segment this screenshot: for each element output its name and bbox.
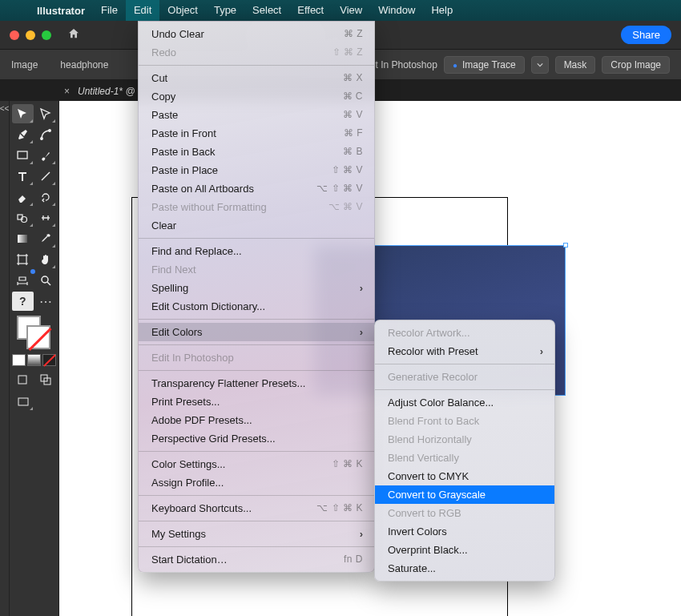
none-mode-icon[interactable] [42,354,56,366]
menu-item-label: Redo [151,46,332,59]
selection-handle-icon[interactable] [563,243,568,248]
menu-item-label: Convert to Grayscale [388,488,543,501]
home-icon[interactable] [67,27,80,42]
edit-colors-item[interactable]: Overprint Black... [375,541,554,559]
tab-label: Untitled-1* @ [78,86,135,97]
edit-colors-item[interactable]: Convert to CMYK [375,467,554,485]
line-tool[interactable] [35,167,57,186]
edit-colors-item[interactable]: Invert Colors [375,522,554,541]
draw-behind-icon[interactable] [35,371,57,389]
image-trace-button[interactable]: Image Trace [444,56,525,74]
tools-panel: ? ⋯ [10,101,59,616]
menubar-item-edit[interactable]: Edit [126,0,159,21]
paintbrush-tool[interactable] [35,146,57,165]
artboard-tool[interactable] [12,250,34,269]
menu-shortcut: ⌥ ⇧ ⌘ V [316,182,363,195]
draw-normal-icon[interactable] [12,371,34,389]
edit-menu-item[interactable]: Paste in Back⌘ B [139,143,374,161]
crop-image-button[interactable]: Crop Image [602,56,670,74]
image-trace-dropdown-icon[interactable] [531,56,549,74]
menu-item-label: Convert to CMYK [388,469,543,483]
menu-item-label: Undo Clear [151,27,344,41]
selection-tool[interactable] [12,104,34,123]
edit-menu-item[interactable]: My Settings› [139,525,374,543]
edit-colors-item[interactable]: Adjust Color Balance... [375,393,554,412]
width-tool[interactable] [35,208,57,227]
stroke-swatch[interactable] [26,325,50,349]
edit-colors-item[interactable]: Convert to Grayscale [375,485,554,504]
edit-menu-item[interactable]: Paste on All Artboards⌥ ⇧ ⌘ V [139,179,374,198]
menu-item-label: Paste [151,108,343,122]
edit-menu-item[interactable]: Print Presets... [139,393,374,411]
pen-tool[interactable] [12,125,34,144]
menu-item-label: Generative Recolor [388,370,543,384]
shape-builder-tool[interactable] [12,208,34,227]
close-window-icon[interactable] [10,30,19,40]
zoom-window-icon[interactable] [42,30,51,40]
menubar-item-type[interactable]: Type [206,0,244,21]
edit-menu-item[interactable]: Color Settings...⇧ ⌘ K [139,455,374,473]
edit-menu-item[interactable]: Start Dictation…fn D [139,550,374,569]
menu-item-label: Paste in Place [151,163,332,177]
edit-colors-item: Generative Recolor [375,368,554,386]
dimension-tool[interactable] [12,271,34,290]
svg-rect-8 [18,376,26,384]
menu-item-label: My Settings [151,527,360,541]
edit-colors-item[interactable]: Recolor with Preset› [375,342,554,360]
svg-rect-2 [18,151,27,159]
menubar-item-select[interactable]: Select [244,0,289,21]
edit-menu-item[interactable]: Paste in Place⇧ ⌘ V [139,161,374,179]
edit-menu-item[interactable]: Spelling› [139,279,374,297]
screen-mode-icon[interactable] [12,393,34,411]
mask-button[interactable]: Mask [555,56,596,74]
edit-menu-item[interactable]: Adobe PDF Presets... [139,411,374,429]
share-button[interactable]: Share [621,26,671,44]
edit-menu-item[interactable]: Assign Profile... [139,473,374,492]
minimize-window-icon[interactable] [26,30,35,40]
gradient-mode-icon[interactable] [27,354,41,366]
gradient-tool[interactable] [12,229,34,248]
document-tab[interactable]: × Untitled-1* @ [64,86,135,97]
menu-shortcut: ⌥ ⇧ ⌘ K [316,501,363,515]
hand-tool[interactable] [35,250,57,269]
edit-colors-item[interactable]: Saturate... [375,559,554,578]
direct-selection-tool[interactable] [35,104,57,123]
edit-menu-item[interactable]: Edit Colors› [139,323,374,341]
menu-shortcut: ⌘ Z [344,27,363,41]
panel-collapse-handle[interactable]: << [0,101,10,616]
edit-menu-item[interactable]: Transparency Flattener Presets... [139,374,374,393]
app-name[interactable]: Illustrator [29,5,93,17]
eraser-tool[interactable] [12,187,34,207]
rotate-tool[interactable] [35,187,57,207]
menubar-item-file[interactable]: File [93,0,126,21]
close-tab-icon[interactable]: × [64,86,70,97]
edit-menu-item[interactable]: Edit Custom Dictionary... [139,297,374,316]
curvature-tool[interactable] [35,125,57,144]
edit-menu-item[interactable]: Clear [139,216,374,235]
menubar-item-object[interactable]: Object [159,0,206,21]
edit-menu-item[interactable]: Paste in Front⌘ F [139,124,374,143]
eyedropper-tool[interactable] [35,229,57,248]
edit-toolbar-icon[interactable]: ⋯ [35,292,57,311]
type-tool[interactable] [12,167,34,186]
menu-item-label: Color Settings... [151,457,332,471]
edit-menu-item[interactable]: Undo Clear⌘ Z [139,25,374,43]
edit-menu-item[interactable]: Copy⌘ C [139,87,374,106]
fill-stroke-swatch[interactable] [12,316,54,351]
edit-menu-item[interactable]: Cut⌘ X [139,69,374,87]
menubar-item-effect[interactable]: Effect [289,0,332,21]
edit-menu-item[interactable]: Perspective Grid Presets... [139,429,374,448]
edit-menu-item[interactable]: Keyboard Shortcuts...⌥ ⇧ ⌘ K [139,499,374,517]
color-mode-icon[interactable] [12,354,26,366]
edit-in-photoshop-fragment[interactable]: t In Photoshop [375,59,437,70]
edit-menu-item[interactable]: Paste⌘ V [139,106,374,124]
menubar-item-help[interactable]: Help [423,0,461,21]
menu-item-label: Invert Colors [388,525,543,538]
help-tool[interactable]: ? [12,292,34,311]
menu-item-label: Blend Vertically [388,451,543,465]
zoom-tool[interactable] [35,271,57,290]
menubar-item-window[interactable]: Window [370,0,423,21]
rectangle-tool[interactable] [12,146,34,165]
edit-menu-item[interactable]: Find and Replace... [139,242,374,260]
menubar-item-view[interactable]: View [332,0,370,21]
